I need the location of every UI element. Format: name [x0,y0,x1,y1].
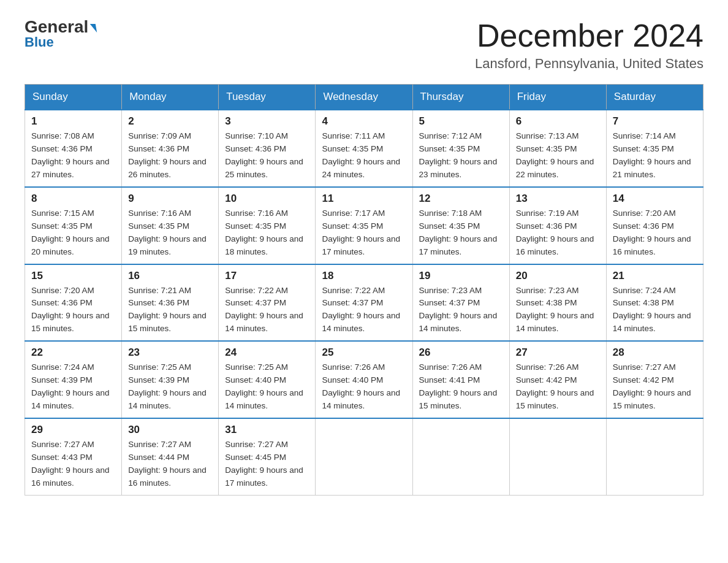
sunrise-label: Sunrise: 7:17 AM [322,209,385,218]
sunrise-label: Sunrise: 7:27 AM [613,362,676,372]
day-number: 12 [419,193,503,205]
day-info: Sunrise: 7:21 AM Sunset: 4:36 PM Dayligh… [128,285,212,336]
calendar-cell: 1 Sunrise: 7:08 AM Sunset: 4:36 PM Dayli… [25,110,122,187]
calendar-cell [412,418,509,495]
day-info: Sunrise: 7:26 AM Sunset: 4:42 PM Dayligh… [516,361,600,413]
daylight-label: Daylight: 9 hours and 14 minutes. [613,311,691,333]
calendar-cell: 28 Sunrise: 7:27 AM Sunset: 4:42 PM Dayl… [606,341,703,418]
calendar-cell: 8 Sunrise: 7:15 AM Sunset: 4:35 PM Dayli… [25,187,122,264]
day-info: Sunrise: 7:22 AM Sunset: 4:37 PM Dayligh… [225,285,309,336]
daylight-label: Daylight: 9 hours and 15 minutes. [516,388,594,410]
calendar-cell: 29 Sunrise: 7:27 AM Sunset: 4:43 PM Dayl… [25,418,122,495]
sunset-label: Sunset: 4:41 PM [419,375,480,385]
daylight-label: Daylight: 9 hours and 14 minutes. [128,388,207,410]
daylight-label: Daylight: 9 hours and 14 minutes. [419,311,498,333]
daylight-label: Daylight: 9 hours and 25 minutes. [225,157,303,179]
day-number: 29 [31,424,115,436]
day-info: Sunrise: 7:18 AM Sunset: 4:35 PM Dayligh… [419,207,503,259]
calendar-cell: 15 Sunrise: 7:20 AM Sunset: 4:36 PM Dayl… [25,264,122,342]
daylight-label: Daylight: 9 hours and 16 minutes. [31,465,110,488]
logo-general-text: General [25,18,96,36]
daylight-label: Daylight: 9 hours and 14 minutes. [322,388,400,410]
day-info: Sunrise: 7:10 AM Sunset: 4:36 PM Dayligh… [225,130,309,182]
day-number: 10 [225,193,309,205]
calendar-cell: 23 Sunrise: 7:25 AM Sunset: 4:39 PM Dayl… [122,341,219,418]
daylight-label: Daylight: 9 hours and 22 minutes. [516,157,594,179]
daylight-label: Daylight: 9 hours and 15 minutes. [31,311,110,333]
sunrise-label: Sunrise: 7:24 AM [613,286,676,295]
sunrise-label: Sunrise: 7:21 AM [128,286,191,295]
sunset-label: Sunset: 4:36 PM [613,221,674,231]
calendar-cell: 14 Sunrise: 7:20 AM Sunset: 4:36 PM Dayl… [606,187,703,264]
daylight-label: Daylight: 9 hours and 16 minutes. [128,465,207,488]
header-monday: Monday [122,85,219,110]
daylight-label: Daylight: 9 hours and 19 minutes. [128,234,207,256]
day-info: Sunrise: 7:09 AM Sunset: 4:36 PM Dayligh… [128,130,212,182]
calendar-cell: 6 Sunrise: 7:13 AM Sunset: 4:35 PM Dayli… [509,110,606,187]
sunrise-label: Sunrise: 7:09 AM [128,131,191,140]
sunrise-label: Sunrise: 7:14 AM [613,131,676,140]
calendar-cell: 10 Sunrise: 7:16 AM Sunset: 4:35 PM Dayl… [219,187,316,264]
sunrise-label: Sunrise: 7:12 AM [419,131,482,140]
sunrise-label: Sunrise: 7:26 AM [322,362,385,372]
day-number: 13 [516,193,600,205]
daylight-label: Daylight: 9 hours and 15 minutes. [419,388,498,410]
day-number: 4 [322,115,406,128]
day-info: Sunrise: 7:20 AM Sunset: 4:36 PM Dayligh… [613,207,697,259]
calendar-cell: 3 Sunrise: 7:10 AM Sunset: 4:36 PM Dayli… [219,110,316,187]
sunrise-label: Sunrise: 7:10 AM [225,131,288,140]
calendar-cell: 7 Sunrise: 7:14 AM Sunset: 4:35 PM Dayli… [606,110,703,187]
sunset-label: Sunset: 4:35 PM [322,221,383,231]
sunrise-label: Sunrise: 7:16 AM [128,209,191,218]
sunrise-label: Sunrise: 7:24 AM [31,362,94,372]
day-info: Sunrise: 7:26 AM Sunset: 4:40 PM Dayligh… [322,361,406,413]
day-info: Sunrise: 7:16 AM Sunset: 4:35 PM Dayligh… [225,207,309,259]
month-title: December 2024 [475,18,703,53]
daylight-label: Daylight: 9 hours and 26 minutes. [128,157,207,179]
calendar-cell: 11 Sunrise: 7:17 AM Sunset: 4:35 PM Dayl… [316,187,412,264]
logo: General Blue [25,18,96,50]
sunset-label: Sunset: 4:36 PM [128,298,189,307]
daylight-label: Daylight: 9 hours and 16 minutes. [613,234,691,256]
sunset-label: Sunset: 4:35 PM [225,221,286,231]
day-info: Sunrise: 7:12 AM Sunset: 4:35 PM Dayligh… [419,130,503,182]
sunrise-label: Sunrise: 7:20 AM [31,286,94,295]
day-number: 7 [613,115,697,128]
day-info: Sunrise: 7:24 AM Sunset: 4:39 PM Dayligh… [31,361,115,413]
day-info: Sunrise: 7:22 AM Sunset: 4:37 PM Dayligh… [322,285,406,336]
daylight-label: Daylight: 9 hours and 14 minutes. [516,311,594,333]
sunset-label: Sunset: 4:42 PM [613,375,674,385]
daylight-label: Daylight: 9 hours and 17 minutes. [419,234,498,256]
daylight-label: Daylight: 9 hours and 14 minutes. [225,388,303,410]
header-sunday: Sunday [25,85,122,110]
day-info: Sunrise: 7:15 AM Sunset: 4:35 PM Dayligh… [31,207,115,259]
day-info: Sunrise: 7:08 AM Sunset: 4:36 PM Dayligh… [31,130,115,182]
sunrise-label: Sunrise: 7:16 AM [225,209,288,218]
daylight-label: Daylight: 9 hours and 16 minutes. [516,234,594,256]
sunset-label: Sunset: 4:38 PM [516,298,577,307]
calendar-cell: 9 Sunrise: 7:16 AM Sunset: 4:35 PM Dayli… [122,187,219,264]
sunset-label: Sunset: 4:36 PM [128,144,189,153]
day-number: 6 [516,115,600,128]
calendar-cell: 30 Sunrise: 7:27 AM Sunset: 4:44 PM Dayl… [122,418,219,495]
day-number: 28 [613,347,697,359]
day-number: 31 [225,424,309,436]
sunset-label: Sunset: 4:40 PM [322,375,383,385]
sunset-label: Sunset: 4:37 PM [419,298,480,307]
daylight-label: Daylight: 9 hours and 14 minutes. [225,311,303,333]
calendar-week-row: 8 Sunrise: 7:15 AM Sunset: 4:35 PM Dayli… [25,187,703,264]
day-number: 24 [225,347,309,359]
calendar-table: Sunday Monday Tuesday Wednesday Thursday… [25,84,703,495]
sunrise-label: Sunrise: 7:27 AM [128,440,191,449]
day-info: Sunrise: 7:23 AM Sunset: 4:38 PM Dayligh… [516,285,600,336]
day-number: 16 [128,270,212,282]
sunrise-label: Sunrise: 7:20 AM [613,209,676,218]
sunset-label: Sunset: 4:36 PM [31,298,93,307]
calendar-cell: 20 Sunrise: 7:23 AM Sunset: 4:38 PM Dayl… [509,264,606,342]
sunset-label: Sunset: 4:42 PM [516,375,577,385]
day-number: 23 [128,347,212,359]
logo-blue-text: Blue [25,34,54,50]
calendar-cell: 21 Sunrise: 7:24 AM Sunset: 4:38 PM Dayl… [606,264,703,342]
sunset-label: Sunset: 4:35 PM [613,144,674,153]
header-saturday: Saturday [606,85,703,110]
